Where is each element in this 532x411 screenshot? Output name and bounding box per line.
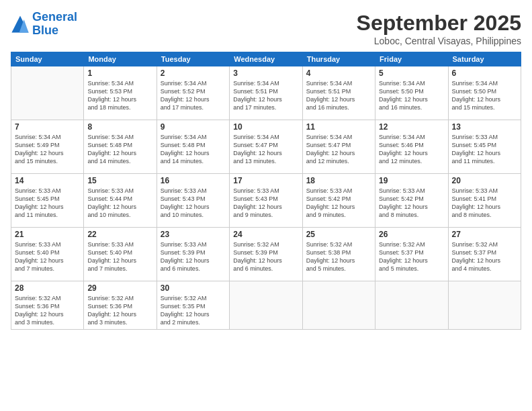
calendar-week-row: 14Sunrise: 5:33 AMSunset: 5:45 PMDayligh…: [11, 174, 521, 228]
day-number: 16: [161, 176, 226, 185]
day-info: Sunrise: 5:33 AMSunset: 5:42 PMDaylight:…: [379, 187, 444, 220]
calendar-cell: 7Sunrise: 5:34 AMSunset: 5:49 PMDaylight…: [11, 120, 84, 174]
day-number: 18: [306, 176, 371, 185]
day-info: Sunrise: 5:32 AMSunset: 5:37 PMDaylight:…: [379, 240, 444, 273]
day-number: 24: [233, 230, 298, 239]
day-number: 9: [161, 122, 226, 132]
calendar-cell: 24Sunrise: 5:32 AMSunset: 5:39 PMDayligh…: [230, 228, 302, 281]
day-info: Sunrise: 5:32 AMSunset: 5:36 PMDaylight:…: [15, 294, 80, 327]
day-info: Sunrise: 5:32 AMSunset: 5:39 PMDaylight:…: [233, 240, 298, 273]
day-info: Sunrise: 5:34 AMSunset: 5:47 PMDaylight:…: [233, 133, 298, 166]
calendar-cell: 20Sunrise: 5:33 AMSunset: 5:41 PMDayligh…: [448, 174, 521, 228]
day-info: Sunrise: 5:33 AMSunset: 5:40 PMDaylight:…: [87, 240, 152, 273]
calendar-cell: [375, 281, 448, 330]
calendar-cell: 21Sunrise: 5:33 AMSunset: 5:40 PMDayligh…: [11, 228, 84, 281]
weekday-header: Thursday: [302, 52, 375, 66]
calendar-cell: 4Sunrise: 5:34 AMSunset: 5:51 PMDaylight…: [302, 66, 375, 120]
weekday-header: Tuesday: [157, 52, 229, 66]
day-number: 22: [87, 230, 152, 239]
day-info: Sunrise: 5:34 AMSunset: 5:48 PMDaylight:…: [161, 133, 226, 166]
day-info: Sunrise: 5:34 AMSunset: 5:50 PMDaylight:…: [379, 79, 444, 112]
calendar-cell: 15Sunrise: 5:33 AMSunset: 5:44 PMDayligh…: [84, 174, 157, 228]
day-info: Sunrise: 5:33 AMSunset: 5:44 PMDaylight:…: [87, 187, 152, 220]
month-title: September 2025: [357, 11, 521, 36]
day-number: 1: [87, 68, 152, 78]
calendar-cell: [11, 66, 84, 120]
calendar-cell: 30Sunrise: 5:32 AMSunset: 5:35 PMDayligh…: [157, 281, 229, 330]
day-number: 7: [15, 122, 80, 132]
calendar-cell: [302, 281, 375, 330]
day-info: Sunrise: 5:33 AMSunset: 5:40 PMDaylight:…: [15, 240, 80, 273]
day-number: 5: [379, 68, 444, 78]
day-number: 2: [161, 68, 226, 78]
calendar-cell: 22Sunrise: 5:33 AMSunset: 5:40 PMDayligh…: [84, 228, 157, 281]
day-info: Sunrise: 5:32 AMSunset: 5:37 PMDaylight:…: [452, 240, 517, 273]
day-number: 30: [161, 283, 226, 293]
day-info: Sunrise: 5:34 AMSunset: 5:48 PMDaylight:…: [87, 133, 152, 166]
weekday-header: Sunday: [11, 52, 84, 66]
calendar-cell: 17Sunrise: 5:33 AMSunset: 5:43 PMDayligh…: [230, 174, 302, 228]
day-number: 20: [452, 176, 517, 185]
calendar-cell: 26Sunrise: 5:32 AMSunset: 5:37 PMDayligh…: [375, 228, 448, 281]
day-number: 4: [306, 68, 371, 78]
day-number: 21: [15, 230, 80, 239]
logo-icon: [11, 15, 30, 34]
logo-general: General: [32, 10, 77, 24]
day-number: 13: [452, 122, 517, 132]
day-info: Sunrise: 5:32 AMSunset: 5:36 PMDaylight:…: [87, 294, 152, 327]
day-info: Sunrise: 5:33 AMSunset: 5:39 PMDaylight:…: [161, 240, 226, 273]
day-info: Sunrise: 5:34 AMSunset: 5:51 PMDaylight:…: [306, 79, 371, 112]
calendar-table: SundayMondayTuesdayWednesdayThursdayFrid…: [11, 52, 521, 330]
weekday-header: Monday: [84, 52, 157, 66]
day-number: 17: [233, 176, 298, 185]
day-number: 19: [379, 176, 444, 185]
day-number: 14: [15, 176, 80, 185]
calendar-cell: 9Sunrise: 5:34 AMSunset: 5:48 PMDaylight…: [157, 120, 229, 174]
page: General Blue September 2025 Loboc, Centr…: [0, 0, 532, 411]
day-info: Sunrise: 5:33 AMSunset: 5:45 PMDaylight:…: [15, 187, 80, 220]
day-info: Sunrise: 5:33 AMSunset: 5:41 PMDaylight:…: [452, 187, 517, 220]
calendar-cell: 2Sunrise: 5:34 AMSunset: 5:52 PMDaylight…: [157, 66, 229, 120]
calendar-week-row: 28Sunrise: 5:32 AMSunset: 5:36 PMDayligh…: [11, 281, 521, 330]
calendar-cell: 28Sunrise: 5:32 AMSunset: 5:36 PMDayligh…: [11, 281, 84, 330]
calendar-cell: 25Sunrise: 5:32 AMSunset: 5:38 PMDayligh…: [302, 228, 375, 281]
logo: General Blue: [11, 11, 77, 38]
weekday-header: Friday: [375, 52, 448, 66]
calendar-cell: 6Sunrise: 5:34 AMSunset: 5:50 PMDaylight…: [448, 66, 521, 120]
day-info: Sunrise: 5:32 AMSunset: 5:35 PMDaylight:…: [161, 294, 226, 327]
calendar-cell: 11Sunrise: 5:34 AMSunset: 5:47 PMDayligh…: [302, 120, 375, 174]
day-info: Sunrise: 5:33 AMSunset: 5:42 PMDaylight:…: [306, 187, 371, 220]
calendar-cell: 12Sunrise: 5:34 AMSunset: 5:46 PMDayligh…: [375, 120, 448, 174]
day-number: 8: [87, 122, 152, 132]
calendar-cell: 29Sunrise: 5:32 AMSunset: 5:36 PMDayligh…: [84, 281, 157, 330]
day-info: Sunrise: 5:34 AMSunset: 5:51 PMDaylight:…: [233, 79, 298, 112]
calendar-cell: 10Sunrise: 5:34 AMSunset: 5:47 PMDayligh…: [230, 120, 302, 174]
day-number: 6: [452, 68, 517, 78]
weekday-header: Saturday: [448, 52, 521, 66]
day-info: Sunrise: 5:32 AMSunset: 5:38 PMDaylight:…: [306, 240, 371, 273]
day-info: Sunrise: 5:33 AMSunset: 5:45 PMDaylight:…: [452, 133, 517, 166]
calendar-cell: 5Sunrise: 5:34 AMSunset: 5:50 PMDaylight…: [375, 66, 448, 120]
title-block: September 2025 Loboc, Central Visayas, P…: [357, 11, 521, 46]
day-number: 23: [161, 230, 226, 239]
calendar-cell: 16Sunrise: 5:33 AMSunset: 5:43 PMDayligh…: [157, 174, 229, 228]
day-number: 28: [15, 283, 80, 293]
day-number: 26: [379, 230, 444, 239]
logo-blue: Blue: [32, 24, 58, 37]
logo-text: General Blue: [32, 11, 77, 38]
day-number: 10: [233, 122, 298, 132]
calendar-cell: 3Sunrise: 5:34 AMSunset: 5:51 PMDaylight…: [230, 66, 302, 120]
calendar-cell: 14Sunrise: 5:33 AMSunset: 5:45 PMDayligh…: [11, 174, 84, 228]
day-info: Sunrise: 5:34 AMSunset: 5:49 PMDaylight:…: [15, 133, 80, 166]
day-info: Sunrise: 5:34 AMSunset: 5:52 PMDaylight:…: [161, 79, 226, 112]
calendar-cell: 23Sunrise: 5:33 AMSunset: 5:39 PMDayligh…: [157, 228, 229, 281]
day-info: Sunrise: 5:34 AMSunset: 5:46 PMDaylight:…: [379, 133, 444, 166]
calendar-week-row: 21Sunrise: 5:33 AMSunset: 5:40 PMDayligh…: [11, 228, 521, 281]
day-number: 3: [233, 68, 298, 78]
day-number: 29: [87, 283, 152, 293]
day-number: 12: [379, 122, 444, 132]
day-info: Sunrise: 5:33 AMSunset: 5:43 PMDaylight:…: [161, 187, 226, 220]
calendar-cell: 1Sunrise: 5:34 AMSunset: 5:53 PMDaylight…: [84, 66, 157, 120]
day-number: 27: [452, 230, 517, 239]
calendar-cell: 18Sunrise: 5:33 AMSunset: 5:42 PMDayligh…: [302, 174, 375, 228]
